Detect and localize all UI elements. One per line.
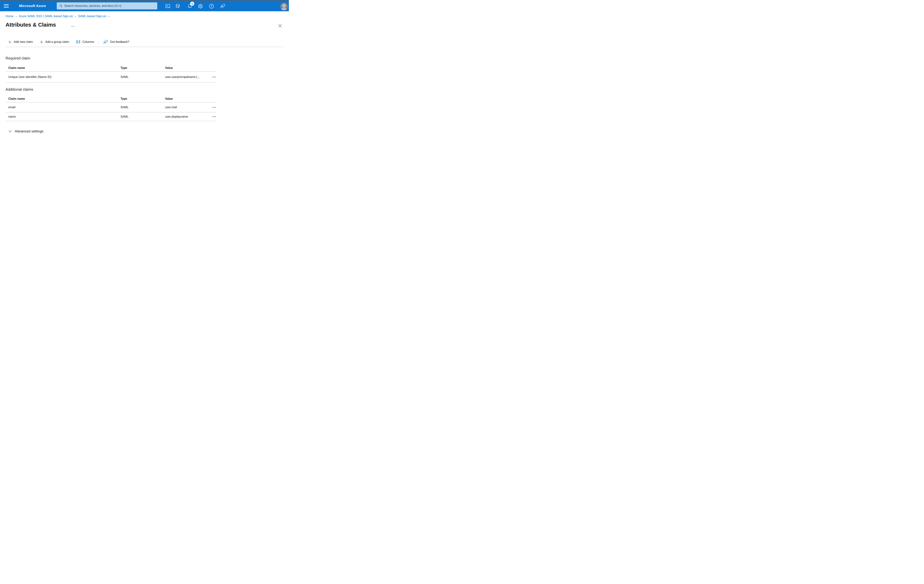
- global-search[interactable]: [57, 2, 157, 10]
- claim-value-cell: user.userprincipalname [...: [165, 76, 210, 79]
- claim-name-cell: email: [8, 106, 120, 109]
- add-group-claim-button[interactable]: Add a group claim: [40, 40, 69, 44]
- svg-text:?: ?: [211, 5, 212, 8]
- columns-icon: [76, 40, 80, 44]
- column-header-value: Value: [165, 97, 210, 100]
- plus-icon: [40, 40, 43, 44]
- notifications-button[interactable]: 6: [186, 3, 193, 9]
- columns-button[interactable]: Columns: [76, 40, 94, 44]
- help-icon: ?: [209, 4, 214, 9]
- breadcrumb-separator: >: [108, 15, 110, 18]
- close-icon: [278, 24, 282, 28]
- row-menu-button[interactable]: •••: [212, 105, 217, 109]
- settings-button[interactable]: [196, 3, 204, 9]
- directory-filter-button[interactable]: [174, 3, 182, 9]
- hamburger-icon: [4, 4, 9, 5]
- column-header-type: Type: [120, 97, 165, 100]
- close-button[interactable]: [278, 24, 282, 28]
- claim-name-cell: name: [8, 115, 120, 118]
- avatar-silhouette: [282, 4, 286, 8]
- table-header-row: Claim name Type Value: [5, 95, 216, 102]
- breadcrumb-link-saml-signon[interactable]: SAML-based Sign-on: [78, 15, 106, 18]
- cloud-shell-button[interactable]: [164, 3, 172, 9]
- got-feedback-label: Got feedback?: [110, 40, 129, 44]
- claim-value-cell: user.displayname: [165, 115, 210, 118]
- breadcrumb-link-app-signon[interactable]: Azure SAML SSO | SAML-based Sign-on: [19, 15, 73, 18]
- row-menu-button[interactable]: •••: [212, 115, 217, 119]
- table-row[interactable]: Unique User Identifier (Name ID) SAML us…: [5, 72, 216, 83]
- directory-filter-icon: [176, 4, 180, 8]
- chevron-down-icon: [9, 130, 12, 132]
- plus-icon: [8, 40, 12, 44]
- additional-claims-heading: Additional claims: [5, 87, 33, 92]
- add-new-claim-label: Add new claim: [14, 40, 33, 44]
- search-input[interactable]: [63, 2, 157, 10]
- table-row[interactable]: name SAML user.displayname •••: [5, 112, 216, 121]
- claim-value-cell: user.mail: [165, 106, 210, 109]
- breadcrumb-link-home[interactable]: Home: [5, 15, 13, 18]
- command-bar: Add new claim Add a group claim Columns: [8, 39, 129, 45]
- avatar[interactable]: [280, 3, 288, 10]
- feedback-person-icon: [103, 40, 108, 44]
- table-header-row: Claim name Type Value: [5, 64, 216, 72]
- azure-portal-page: Microsoft Azure: [0, 0, 289, 146]
- required-claim-table: Claim name Type Value Unique User Identi…: [5, 64, 216, 83]
- add-new-claim-button[interactable]: Add new claim: [8, 40, 33, 44]
- claim-type-cell: SAML: [120, 115, 165, 118]
- cloud-shell-icon: [165, 4, 170, 8]
- notification-badge: 6: [190, 2, 194, 6]
- advanced-settings-toggle[interactable]: Advanced settings: [9, 129, 43, 133]
- column-header-claim-name: Claim name: [8, 97, 120, 100]
- claim-type-cell: SAML: [120, 76, 165, 79]
- top-nav-bar: Microsoft Azure: [0, 0, 289, 11]
- help-button[interactable]: ?: [208, 3, 215, 9]
- breadcrumb: Home > Azure SAML SSO | SAML-based Sign-…: [5, 15, 112, 18]
- table-row[interactable]: email SAML user.mail •••: [5, 102, 216, 112]
- columns-label: Columns: [82, 40, 94, 44]
- required-claim-heading: Required claim: [5, 56, 30, 61]
- feedback-button[interactable]: [219, 3, 226, 9]
- column-header-claim-name: Claim name: [8, 66, 120, 70]
- azure-brand[interactable]: Microsoft Azure: [19, 0, 46, 11]
- column-header-value: Value: [165, 66, 210, 70]
- gear-icon: [198, 4, 203, 9]
- got-feedback-button[interactable]: Got feedback?: [103, 40, 129, 44]
- breadcrumb-separator: >: [75, 15, 76, 18]
- row-menu-button[interactable]: •••: [212, 75, 217, 79]
- title-overflow-button[interactable]: •••: [71, 25, 75, 27]
- breadcrumb-separator: >: [15, 15, 17, 18]
- advanced-settings-label: Advanced settings: [15, 129, 43, 133]
- toolbar-rule: [5, 47, 283, 47]
- hamburger-menu-button[interactable]: [4, 3, 10, 9]
- claim-type-cell: SAML: [120, 106, 165, 109]
- feedback-icon: [220, 4, 225, 8]
- additional-claims-table: Claim name Type Value email SAML user.ma…: [5, 95, 216, 121]
- search-icon: [59, 4, 63, 8]
- add-group-claim-label: Add a group claim: [45, 40, 69, 44]
- claim-name-cell: Unique User Identifier (Name ID): [8, 76, 120, 79]
- column-header-type: Type: [120, 66, 165, 70]
- page-title: Attributes & Claims: [5, 21, 56, 28]
